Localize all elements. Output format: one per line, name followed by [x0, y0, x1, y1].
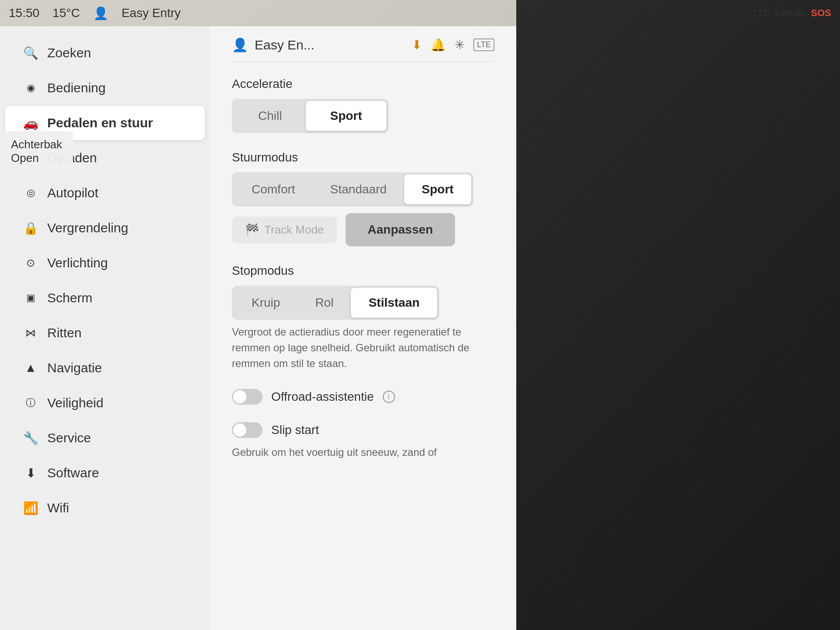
- controls-icon: ◉: [23, 82, 38, 94]
- stopmodus-title: Stopmodus: [232, 264, 494, 278]
- sidebar-item-scherm[interactable]: ▣ Scherm: [5, 281, 205, 315]
- slip-start-description: Gebruik om het voertuig uit sneeuw, zand…: [232, 444, 494, 460]
- right-panel: [516, 0, 840, 630]
- light-icon: ⊙: [23, 257, 38, 269]
- slip-start-toggle[interactable]: [232, 422, 262, 438]
- stopmodus-kruip-button[interactable]: Kruip: [234, 288, 298, 318]
- sidebar-item-software[interactable]: ⬇ Software: [5, 456, 205, 490]
- stuurmodus-title: Stuurmodus: [232, 150, 494, 164]
- stuurmodus-comfort-button[interactable]: Comfort: [234, 175, 313, 204]
- sidebar-label-scherm: Scherm: [47, 290, 92, 305]
- nav-icon: ▲: [23, 361, 38, 375]
- sidebar-label-service: Service: [47, 430, 91, 445]
- car-icon: 🚗: [23, 116, 38, 130]
- acceleratie-sport-button[interactable]: Sport: [306, 101, 386, 131]
- sidebar-label-autopilot: Autopilot: [47, 186, 98, 200]
- car-trunk-info: Achterbak Open: [0, 131, 73, 172]
- slip-start-label: Slip start: [271, 423, 319, 437]
- status-bar: 15:50 15°C 👤 Easy Entry LTE Tuinder SOS: [0, 0, 840, 26]
- offroad-info-icon[interactable]: i: [383, 391, 395, 403]
- settings-panel: 👤 Easy En... ⬇ 🔔 ✳ LTE Acceleratie Chill…: [210, 26, 516, 630]
- sidebar-item-wifi[interactable]: 📶 Wifi: [5, 491, 205, 525]
- autopilot-icon: ◎: [23, 187, 38, 199]
- acceleratie-btn-group: Chill Sport: [232, 99, 388, 133]
- notification-icon[interactable]: 🔔: [430, 38, 446, 52]
- stuurmodus-sport-button[interactable]: Sport: [404, 175, 471, 204]
- panel-header: 👤 Easy En... ⬇ 🔔 ✳ LTE: [232, 26, 494, 62]
- sidebar-label-veiligheid: Veiligheid: [47, 396, 103, 410]
- sidebar-label-vergrendeling: Vergrendeling: [47, 220, 128, 235]
- panel-header-icons: ⬇ 🔔 ✳ LTE: [412, 38, 494, 52]
- acceleratie-title: Acceleratie: [232, 77, 494, 91]
- profile-header-name: Easy En...: [255, 38, 315, 52]
- profile-header-icon: 👤: [232, 37, 248, 52]
- slip-start-section: Slip start Gebruik om het voertuig uit s…: [232, 422, 494, 460]
- sidebar-label-zoeken: Zoeken: [47, 46, 91, 60]
- offroad-section: Offroad-assistentie i: [232, 389, 494, 405]
- sidebar-label-wifi: Wifi: [47, 500, 69, 515]
- bluetooth-icon[interactable]: ✳: [455, 38, 465, 52]
- aanpassen-button[interactable]: Aanpassen: [346, 213, 455, 246]
- track-mode-icon: 🏁: [245, 223, 259, 237]
- stopmodus-rol-button[interactable]: Rol: [298, 288, 351, 318]
- download-icon[interactable]: ⬇: [412, 38, 422, 52]
- screen-container: 15:50 15°C 👤 Easy Entry LTE Tuinder SOS …: [0, 0, 840, 630]
- sidebar-item-vergrendeling[interactable]: 🔒 Vergrendeling: [5, 211, 205, 245]
- stuurmodus-btn-group: Comfort Standaard Sport: [232, 172, 473, 206]
- software-icon: ⬇: [23, 466, 38, 480]
- sidebar-label-navigatie: Navigatie: [47, 360, 102, 375]
- stopmodus-stilstaan-button[interactable]: Stilstaan: [351, 288, 437, 318]
- trunk-status: Open: [11, 151, 62, 165]
- stopmodus-section: Stopmodus Kruip Rol Stilstaan Vergroot d…: [232, 264, 494, 371]
- track-mode-label: Track Mode: [264, 223, 324, 237]
- sidebar-label-bediening: Bediening: [47, 80, 105, 95]
- sidebar-label-software: Software: [47, 466, 99, 480]
- sidebar-label-ritten: Ritten: [47, 326, 81, 340]
- trunk-label: Achterbak: [11, 138, 62, 151]
- slip-start-toggle-row: Slip start: [232, 422, 494, 438]
- sidebar-label-pedalen: Pedalen en stuur: [47, 116, 153, 130]
- lock-icon: 🔒: [23, 221, 38, 235]
- lte-indicator: LTE: [753, 7, 770, 19]
- temperature-display: 15°C: [52, 6, 80, 20]
- offroad-label: Offroad-assistentie: [271, 390, 374, 404]
- security-icon: ⓘ: [23, 396, 38, 410]
- profile-icon: 👤: [93, 6, 108, 21]
- sidebar: 🔍 Zoeken ◉ Bediening 🚗 Pedalen en stuur …: [0, 26, 210, 630]
- status-left: 15:50 15°C 👤 Easy Entry: [9, 6, 181, 21]
- sidebar-item-service[interactable]: 🔧 Service: [5, 421, 205, 455]
- stuurmodus-standaard-button[interactable]: Standaard: [313, 175, 404, 204]
- acceleratie-section: Acceleratie Chill Sport: [232, 77, 494, 133]
- search-icon: 🔍: [23, 46, 38, 60]
- sidebar-item-verlichting[interactable]: ⊙ Verlichting: [5, 246, 205, 280]
- trips-icon: ⋈: [23, 327, 38, 339]
- stopmodus-description: Vergroot de actieradius door meer regene…: [232, 324, 494, 371]
- sidebar-label-verlichting: Verlichting: [47, 256, 108, 270]
- stopmodus-btn-group: Kruip Rol Stilstaan: [232, 286, 439, 320]
- sidebar-item-veiligheid[interactable]: ⓘ Veiligheid: [5, 386, 205, 420]
- offroad-toggle-row: Offroad-assistentie i: [232, 389, 494, 405]
- sidebar-item-bediening[interactable]: ◉ Bediening: [5, 71, 205, 105]
- screen-icon: ▣: [23, 292, 38, 304]
- sidebar-item-navigatie[interactable]: ▲ Navigatie: [5, 351, 205, 385]
- operator-name: Tuinder: [774, 7, 807, 19]
- acceleratie-chill-button[interactable]: Chill: [234, 101, 306, 131]
- profile-name: Easy Entry: [122, 6, 181, 20]
- track-mode-row: 🏁 Track Mode Aanpassen: [232, 213, 494, 246]
- stuurmodus-section: Stuurmodus Comfort Standaard Sport 🏁 Tra…: [232, 150, 494, 246]
- service-icon: 🔧: [23, 431, 38, 445]
- sidebar-item-zoeken[interactable]: 🔍 Zoeken: [5, 36, 205, 70]
- wifi-icon: 📶: [23, 501, 38, 515]
- track-mode-button[interactable]: 🏁 Track Mode: [232, 217, 337, 243]
- status-right: LTE Tuinder SOS: [753, 7, 831, 19]
- lte-status: LTE: [473, 38, 494, 51]
- time-display: 15:50: [9, 6, 39, 20]
- sidebar-item-autopilot[interactable]: ◎ Autopilot: [5, 176, 205, 210]
- panel-header-left: 👤 Easy En...: [232, 37, 315, 52]
- sos-indicator: SOS: [811, 7, 831, 19]
- offroad-toggle[interactable]: [232, 389, 262, 405]
- sidebar-item-ritten[interactable]: ⋈ Ritten: [5, 316, 205, 350]
